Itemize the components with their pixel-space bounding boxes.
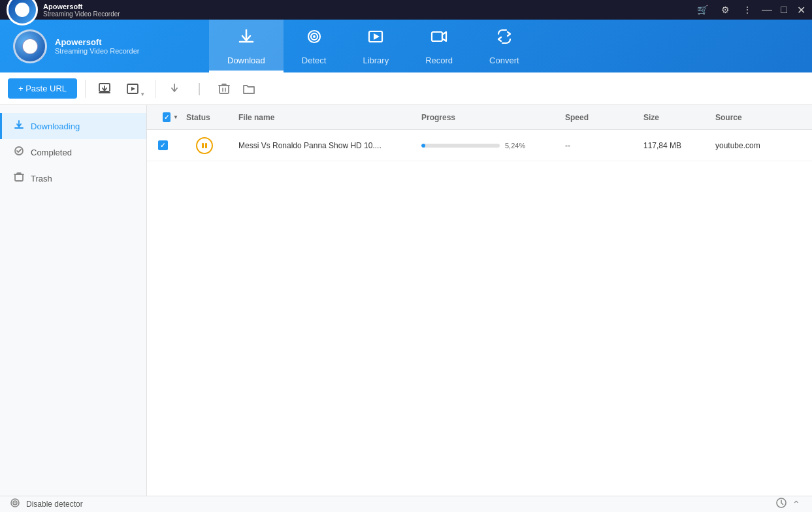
record-tab-label: Record xyxy=(425,56,453,65)
detector-label[interactable]: Disable detector xyxy=(26,500,83,509)
row-speed: -- xyxy=(565,141,570,150)
open-folder-button[interactable] xyxy=(238,78,260,100)
library-tab-icon xyxy=(366,27,385,50)
detector-icon xyxy=(9,497,21,511)
content-area: + Paste URL ▼ xyxy=(0,72,812,496)
sidebar-completed-label: Completed xyxy=(31,148,72,157)
row-filename: Messi Vs Ronaldo Panna Show HD 10.... xyxy=(238,141,382,150)
nav-tabs: Download Detect xyxy=(209,20,812,72)
download-tab-icon xyxy=(237,27,255,50)
svg-rect-5 xyxy=(432,32,442,41)
svg-point-2 xyxy=(313,35,316,38)
table-header: ▼ Status File name Progress Speed Size S… xyxy=(147,105,812,130)
logo-area: Apowersoft Streaming Video Recorder xyxy=(0,20,209,72)
tab-record[interactable]: Record xyxy=(407,20,471,72)
sidebar-item-trash[interactable]: Trash xyxy=(0,165,146,191)
svg-rect-9 xyxy=(219,86,229,93)
delete-button[interactable] xyxy=(213,78,235,100)
minimize-button[interactable]: — xyxy=(762,5,771,14)
cart-icon[interactable]: 🛒 xyxy=(694,3,711,16)
progress-bar-fill xyxy=(421,144,425,148)
settings-icon[interactable]: ⚙ xyxy=(719,3,732,16)
col-size: Size xyxy=(636,113,707,122)
convert-tab-label: Convert xyxy=(489,56,519,65)
navbar: Apowersoft Streaming Video Recorder Down… xyxy=(0,20,812,72)
progress-text: 5,24% xyxy=(505,142,525,150)
progress-bar-wrap: 5,24% xyxy=(421,142,525,150)
paste-url-button[interactable]: + Paste URL xyxy=(8,78,77,99)
svg-marker-4 xyxy=(374,33,380,40)
app-name-area: Apowersoft Streaming Video Recorder xyxy=(43,3,120,18)
col-status: Status xyxy=(178,113,231,122)
toolbar-separator-2 xyxy=(155,80,155,98)
format-dropdown-arrow: ▼ xyxy=(140,91,145,97)
svg-point-16 xyxy=(14,502,16,504)
sidebar: Downloading Completed xyxy=(0,105,147,496)
progress-bar-background xyxy=(421,144,500,148)
col-speed: Speed xyxy=(557,113,636,122)
table-row: Messi Vs Ronaldo Panna Show HD 10.... 5,… xyxy=(147,130,812,161)
tab-download[interactable]: Download xyxy=(209,20,284,72)
logo-icon xyxy=(13,29,47,63)
logo-subtitle: Streaming Video Recorder xyxy=(55,47,139,55)
row-progress-cell: 5,24% xyxy=(414,142,557,150)
col-source: Source xyxy=(707,113,812,122)
more-icon[interactable]: ⋮ xyxy=(740,3,755,16)
download-tab-label: Download xyxy=(227,56,265,65)
logo-brand: Apowersoft xyxy=(55,37,139,47)
downloading-icon xyxy=(14,120,24,133)
app-brand: Apowersoft xyxy=(43,3,120,10)
detect-tab-icon xyxy=(305,27,323,50)
svg-rect-13 xyxy=(205,143,207,148)
close-button[interactable]: ✕ xyxy=(796,5,805,14)
row-source-cell: youtube.com xyxy=(707,141,812,150)
format-button[interactable]: ▼ xyxy=(118,78,147,100)
tab-detect[interactable]: Detect xyxy=(284,20,345,72)
svg-marker-8 xyxy=(131,87,135,91)
row-status-cell xyxy=(178,137,231,154)
pause-separator-icon: | xyxy=(188,78,210,100)
col-progress: Progress xyxy=(414,113,557,122)
row-checkbox-cell xyxy=(147,140,178,150)
titlebar: Apowersoft Streaming Video Recorder 🛒 ⚙ … xyxy=(0,0,812,20)
download-to-button[interactable] xyxy=(93,78,116,100)
toolbar-separator xyxy=(85,80,86,98)
resume-button[interactable] xyxy=(163,78,186,100)
tab-library[interactable]: Library xyxy=(344,20,407,72)
bottombar-right: ⌃ xyxy=(775,497,803,511)
sidebar-item-downloading[interactable]: Downloading xyxy=(0,113,146,139)
main-area: Downloading Completed xyxy=(0,105,812,496)
select-all-dropdown[interactable]: ▼ xyxy=(173,114,178,120)
pause-status-button[interactable] xyxy=(196,137,213,154)
row-size: 117,84 MB xyxy=(643,141,681,150)
svg-rect-12 xyxy=(202,143,204,148)
library-tab-label: Library xyxy=(363,56,389,65)
tab-convert[interactable]: Convert xyxy=(471,20,538,72)
sidebar-item-completed[interactable]: Completed xyxy=(0,139,146,165)
chevron-up-button[interactable]: ⌃ xyxy=(790,498,803,511)
convert-tab-icon xyxy=(495,27,513,50)
app-subtitle: Streaming Video Recorder xyxy=(43,10,120,18)
trash-icon xyxy=(14,172,24,185)
sidebar-trash-label: Trash xyxy=(31,174,52,184)
history-icon[interactable] xyxy=(775,497,787,511)
window-controls: 🛒 ⚙ ⋮ — □ ✕ xyxy=(694,3,805,16)
toolbar-strip: + Paste URL ▼ xyxy=(0,72,812,105)
col-checkbox: ▼ xyxy=(147,112,178,122)
row-speed-cell: -- xyxy=(557,141,636,150)
sidebar-downloading-label: Downloading xyxy=(31,121,80,131)
select-all-checkbox[interactable] xyxy=(163,112,171,122)
bottombar: Disable detector ⌃ xyxy=(0,496,812,512)
row-source: youtube.com xyxy=(715,141,760,150)
svg-rect-11 xyxy=(15,174,23,181)
col-filename: File name xyxy=(231,113,414,122)
logo-text: Apowersoft Streaming Video Recorder xyxy=(55,37,139,55)
completed-icon xyxy=(14,146,24,159)
table-content: ▼ Status File name Progress Speed Size S… xyxy=(147,105,812,496)
row-checkbox[interactable] xyxy=(158,140,168,150)
row-size-cell: 117,84 MB xyxy=(636,141,707,150)
row-filename-cell: Messi Vs Ronaldo Panna Show HD 10.... xyxy=(231,141,414,150)
maximize-button[interactable]: □ xyxy=(779,5,788,14)
record-tab-icon xyxy=(430,27,448,50)
detect-tab-label: Detect xyxy=(302,56,327,65)
